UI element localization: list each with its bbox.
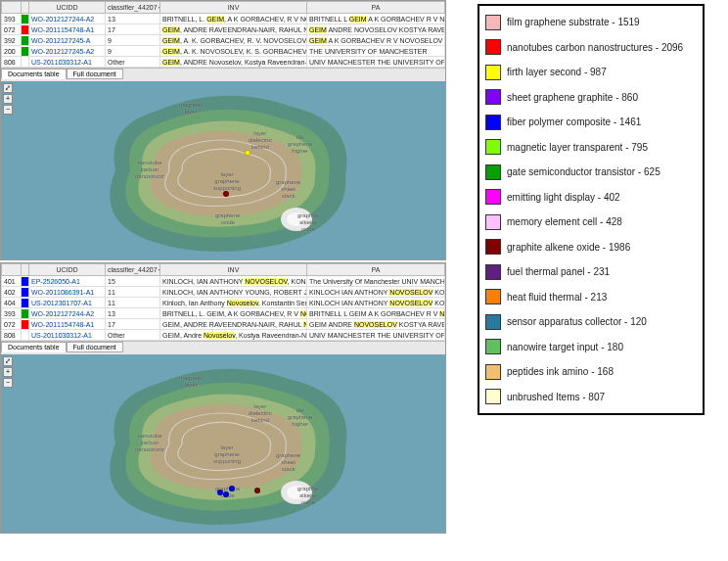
col-swatch[interactable] [22, 2, 29, 14]
legend-label: nanotubes carbon nanostructures - 2096 [507, 42, 683, 53]
col-swatch[interactable] [22, 264, 29, 276]
pa-cell: GEIM A K GORBACHEV R V NOVOSELOV K S PON… [307, 35, 445, 46]
zoom-in-button[interactable]: + [3, 94, 13, 104]
inv-cell: GEIM, Andre Novoselov, Kostya Raveendran… [160, 330, 307, 341]
table-row[interactable]: 072 WO-2011154748-A1 17 GEIM, ANDRE RAVE… [2, 24, 445, 35]
table-row[interactable]: 808 US-2011030312-A1 Other GEIM, ANDRE N… [2, 57, 445, 68]
legend-swatch [485, 364, 501, 380]
table-row[interactable]: 401 EP-2526050-A1 15 KINLOCH, IAN ANTHON… [2, 276, 445, 287]
inv-cell: GEIM, ANDRE RAVEENDRAN-NAIR, RAHUL NOVOS… [160, 319, 307, 330]
legend-swatch [485, 339, 501, 354]
map-marker[interactable] [229, 486, 235, 491]
legend-item[interactable]: magnetic layer transparent - 795 [483, 135, 699, 161]
legend-item[interactable]: nanotubes carbon nanostructures - 2096 [483, 35, 699, 61]
col-ucidd[interactable]: UCIDD [29, 264, 106, 276]
legend-item[interactable]: unbrushed Items - 807 [483, 385, 699, 410]
island-label: magneticlayer [179, 102, 203, 116]
ucidd-link[interactable]: WO-2011086391-A1 [29, 287, 106, 298]
legend-label: gate semiconductor transistor - 625 [507, 166, 660, 177]
col-pa[interactable]: PA [307, 264, 445, 276]
tab-full-document[interactable]: Full document [67, 342, 123, 352]
inv-cell: GEIM, A. K. NOVOSOLEV, K. S. GORBACHEV, … [160, 46, 307, 57]
legend-item[interactable]: fiber polymer composite - 1461 [483, 110, 699, 135]
legend-swatch [485, 314, 501, 330]
row-index: 808 [2, 330, 22, 341]
row-swatch [22, 287, 29, 298]
expand-icon[interactable]: ⤢ [3, 83, 13, 93]
row-index: 393 [2, 308, 22, 319]
col-inv[interactable]: INV [160, 2, 307, 14]
col-pa[interactable]: PA [307, 2, 445, 14]
cluster-map[interactable]: ⤢ + − magneticlayernanotubecarbonnanostr… [1, 354, 445, 533]
legend-label: sensor apparatus collector - 120 [507, 316, 647, 327]
island-label: tilegraphenehigher [288, 407, 312, 428]
col-index[interactable] [2, 2, 22, 14]
pa-cell: KINLOCH IAN ANTHONY NOVOSELOV KONSTANTIN… [307, 287, 445, 298]
col-ucidd[interactable]: UCIDD [29, 2, 106, 14]
row-swatch [22, 276, 29, 287]
classifier-cell: 13 [106, 308, 160, 319]
ucidd-link[interactable]: US-2012301707-A1 [29, 298, 106, 308]
table-row[interactable]: 808 US-2011030312-A1 Other GEIM, Andre N… [2, 330, 445, 341]
island-label: tilegraphenehigher [288, 134, 312, 155]
pa-cell: GEIM ANDRE NOVOSELOV KOSTYA RAVEENDRAN-N… [307, 24, 445, 35]
table-row[interactable]: 393 WO-2012127244-A2 13 BRITNELL, L. GEI… [2, 308, 445, 319]
island-label: layergraphenesupporting [213, 171, 241, 192]
cluster-map[interactable]: ⤢ + − magneticlayernanotubecarbonnanostr… [1, 81, 445, 259]
table-row[interactable]: 392 WO-2012127245-A 9 GEIM, A. K. GORBAC… [2, 35, 445, 46]
legend-item[interactable]: graphite alkene oxide - 1986 [483, 235, 699, 260]
map-marker[interactable] [254, 488, 260, 493]
island-label: magneticlayer [179, 375, 203, 389]
ucidd-link[interactable]: WO-2011154748-A1 [29, 24, 106, 35]
ucidd-link[interactable]: WO-2012127245-A [29, 35, 106, 46]
classifier-cell: Other [106, 57, 160, 68]
legend-item[interactable]: memory element cell - 428 [483, 210, 699, 235]
legend-item[interactable]: firth layer second - 987 [483, 60, 699, 85]
legend-item[interactable]: sensor apparatus collector - 120 [483, 309, 699, 335]
tab-documents[interactable]: Documents table [1, 69, 67, 79]
col-classifier[interactable]: classifier_44207 [106, 2, 160, 14]
table-row[interactable]: 393 WO-2012127244-A2 13 BRITNELL, L. GEI… [2, 14, 445, 24]
table-row[interactable]: 404 US-2012301707-A1 11 Kinloch, Ian Ant… [2, 298, 445, 308]
table-row[interactable]: 402 WO-2011086391-A1 11 KINLOCH, IAN ANT… [2, 287, 445, 298]
legend-label: peptides ink amino - 168 [507, 366, 614, 377]
map-marker[interactable] [223, 191, 229, 197]
legend-item[interactable]: film graphene substrate - 1519 [483, 10, 699, 35]
legend-label: memory element cell - 428 [507, 216, 622, 227]
zoom-out-button[interactable]: − [3, 378, 13, 388]
col-inv[interactable]: INV [160, 264, 307, 276]
table-row[interactable]: 072 WO-2011154748-A1 17 GEIM, ANDRE RAVE… [2, 319, 445, 330]
legend-label: unbrushed Items - 807 [507, 392, 605, 402]
legend-swatch [485, 389, 501, 404]
zoom-in-button[interactable]: + [3, 367, 13, 377]
map-marker[interactable] [245, 150, 250, 156]
row-swatch [22, 319, 29, 330]
ucidd-link[interactable]: US-2011030312-A1 [29, 330, 106, 341]
col-index[interactable] [2, 264, 22, 276]
legend-item[interactable]: fuel thermal panel - 231 [483, 259, 699, 285]
col-classifier[interactable]: classifier_44207 [106, 264, 160, 276]
legend-swatch [485, 139, 501, 155]
ucidd-link[interactable]: WO-2012127244-A2 [29, 14, 106, 24]
legend-item[interactable]: gate semiconductor transistor - 625 [483, 160, 699, 185]
ucidd-link[interactable]: WO-2012127244-A2 [29, 308, 106, 319]
zoom-out-button[interactable]: − [3, 105, 13, 115]
table-row[interactable]: 200 WO-2012127245-A2 9 GEIM, A. K. NOVOS… [2, 46, 445, 57]
tab-documents[interactable]: Documents table [1, 342, 67, 352]
ucidd-link[interactable]: WO-2012127245-A2 [29, 46, 106, 57]
classifier-cell: 9 [106, 46, 160, 57]
expand-icon[interactable]: ⤢ [3, 356, 13, 366]
legend-item[interactable]: sheet graphene graphite - 860 [483, 85, 699, 111]
ucidd-link[interactable]: EP-2526050-A1 [29, 276, 106, 287]
legend-item[interactable]: peptides ink amino - 168 [483, 359, 699, 385]
legend-swatch [485, 89, 501, 105]
legend-item[interactable]: emitting light display - 402 [483, 185, 699, 210]
ucidd-link[interactable]: US-2011030312-A1 [29, 57, 106, 68]
legend-item[interactable]: nanowire target input - 180 [483, 335, 699, 360]
tab-full-document[interactable]: Full document [67, 69, 123, 79]
row-index: 200 [2, 46, 22, 57]
result-panel: UCIDD classifier_44207 INV PA 393 WO-201… [0, 0, 446, 260]
legend-item[interactable]: heat fluid thermal - 213 [483, 285, 699, 310]
map-marker[interactable] [223, 491, 229, 497]
ucidd-link[interactable]: WO-2011154748-A1 [29, 319, 106, 330]
